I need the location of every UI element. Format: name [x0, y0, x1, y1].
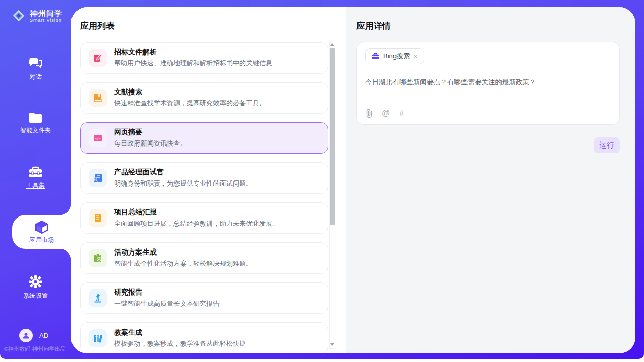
composer-toolbar: @ # — [366, 108, 404, 118]
app-card-title: 网页摘要 — [114, 128, 187, 137]
close-icon[interactable]: × — [414, 53, 418, 60]
app-cards: 招标文件解析 帮助用户快速、准确地理解和解析招标书中的关键信息 文献搜索 — [80, 42, 328, 353]
browser-code-icon: </> — [89, 129, 107, 147]
app-card-desc: 智能生成个性化活动方案，轻松解决规划难题。 — [114, 259, 253, 268]
app-card-pm-interviewer[interactable]: 产品经理面试官 明确身份和职责，为您提供专业性的面试问题。 — [80, 162, 328, 194]
sidebar-item-label: 对话 — [29, 73, 42, 81]
app-card-desc: 全面回顾项目进展，总结经验教训，助力未来优化发展。 — [114, 219, 279, 228]
list-scrollbar[interactable] — [329, 40, 335, 349]
mention-icon[interactable]: @ — [382, 108, 390, 118]
app-list-panel: 应用列表 招标文件解析 帮助用户快速、准确地理解和解析招标书中的关键信息 — [71, 7, 346, 353]
main-content: 应用列表 招标文件解析 帮助用户快速、准确地理解和解析招标书中的关键信息 — [71, 7, 635, 353]
sidebar: 神州问学 Smart Vision 对话 智能文件夹 — [0, 0, 71, 359]
app-logo: 神州问学 Smart Vision — [11, 8, 62, 23]
app-card-title: 招标文件解析 — [114, 48, 272, 57]
app-card-desc: 快速精准查找学术资源，提高研究效率的必备工具。 — [114, 99, 266, 108]
report-doc-icon — [89, 209, 107, 227]
book-icon — [89, 89, 107, 107]
app-card-title: 活动方案生成 — [114, 248, 253, 257]
paperclip-icon[interactable] — [366, 109, 373, 118]
app-card-desc: 每日政府新闻资讯快查。 — [114, 139, 187, 148]
query-input-card[interactable]: Bing搜索 × 今日湖北有哪些新闻要点？有哪些需要关注的最新政策？ @ # — [356, 42, 620, 125]
clipboard-check-icon — [89, 249, 107, 267]
scrollbar-thumb[interactable] — [330, 48, 335, 225]
books-icon — [89, 329, 107, 347]
app-card-title: 项目总结汇报 — [114, 208, 279, 217]
svg-text:</>: </> — [95, 137, 101, 141]
sidebar-item-app-market[interactable]: 应用市场 — [12, 215, 71, 249]
user-initials: AD — [39, 332, 48, 339]
app-detail-title: 应用详情 — [356, 20, 391, 32]
sidebar-item-label: 系统设置 — [23, 292, 48, 300]
app-detail-panel: 应用详情 Bing搜索 × 今日湖北有哪些新闻要点？有哪些需要关注的最新政策？ — [346, 7, 635, 353]
edit-document-icon — [89, 49, 107, 67]
app-card-title: 产品经理面试官 — [114, 168, 253, 177]
app-card-web-summary[interactable]: </> 网页摘要 每日政府新闻资讯快查。 — [80, 122, 328, 154]
sidebar-item-smart-folder[interactable]: 智能文件夹 — [0, 112, 71, 135]
folder-icon — [28, 112, 43, 124]
sidebar-item-label: 工具集 — [26, 181, 45, 190]
app-card-bid-parse[interactable]: 招标文件解析 帮助用户快速、准确地理解和解析招标书中的关键信息 — [80, 42, 328, 74]
hash-icon[interactable]: # — [399, 108, 404, 118]
sidebar-item-chat[interactable]: 对话 — [0, 57, 71, 81]
logo-diamond-icon — [11, 8, 26, 23]
app-card-literature-search[interactable]: 文献搜索 快速精准查找学术资源，提高研究效率的必备工具。 — [80, 82, 328, 114]
sidebar-item-label: 应用市场 — [29, 236, 54, 244]
app-card-title: 教案生成 — [114, 328, 246, 337]
microscope-icon — [89, 289, 107, 307]
scroll-down-arrow-icon[interactable] — [330, 341, 335, 347]
logo-subtitle: Smart Vision — [30, 18, 62, 23]
gear-icon — [28, 275, 43, 289]
app-card-project-summary[interactable]: 项目总结汇报 全面回顾项目进展，总结经验教训，助力未来优化发展。 — [80, 202, 328, 234]
cube-icon — [34, 220, 49, 234]
interview-doc-icon — [89, 169, 107, 187]
app-list-title: 应用列表 — [80, 20, 115, 32]
app-card-title: 文献搜索 — [114, 88, 266, 97]
tool-chip-bing-search[interactable]: Bing搜索 × — [365, 48, 424, 64]
app-card-desc: 明确身份和职责，为您提供专业性的面试问题。 — [114, 179, 253, 188]
user-account[interactable]: AD — [19, 329, 48, 342]
sidebar-item-toolset[interactable]: 工具集 — [0, 166, 71, 190]
sidebar-item-settings[interactable]: 系统设置 — [0, 275, 71, 300]
app-card-desc: 帮助用户快速、准确地理解和解析招标书中的关键信息 — [114, 59, 272, 68]
app-card-research-report[interactable]: 研究报告 一键智能生成高质量长文本研究报告 — [80, 282, 328, 314]
app-card-desc: 模板驱动，教案秒成，教学准备从此轻松快捷 — [114, 339, 246, 348]
tool-chip-label: Bing搜索 — [383, 52, 410, 61]
logo-title: 神州问学 — [30, 9, 62, 18]
scroll-up-arrow-icon[interactable] — [330, 41, 335, 47]
app-card-title: 研究报告 — [114, 288, 220, 297]
app-card-lesson-plan[interactable]: 教案生成 模板驱动，教案秒成，教学准备从此轻松快捷 — [80, 322, 328, 353]
run-button[interactable]: 运行 — [594, 137, 620, 153]
toolbox-icon — [28, 166, 43, 178]
app-card-event-plan[interactable]: 活动方案生成 智能生成个性化活动方案，轻松解决规划难题。 — [80, 242, 328, 274]
query-text[interactable]: 今日湖北有哪些新闻要点？有哪些需要关注的最新政策？ — [365, 78, 611, 87]
app-card-desc: 一键智能生成高质量长文本研究报告 — [114, 299, 220, 308]
app-frame: 神州问学 Smart Vision 对话 智能文件夹 — [0, 0, 644, 359]
chat-icon — [28, 57, 43, 70]
sidebar-item-label: 智能文件夹 — [20, 126, 51, 135]
copyright-text: ©神州数码·神州问学出品 — [4, 345, 66, 353]
avatar — [19, 329, 33, 342]
briefcase-icon — [372, 53, 379, 60]
